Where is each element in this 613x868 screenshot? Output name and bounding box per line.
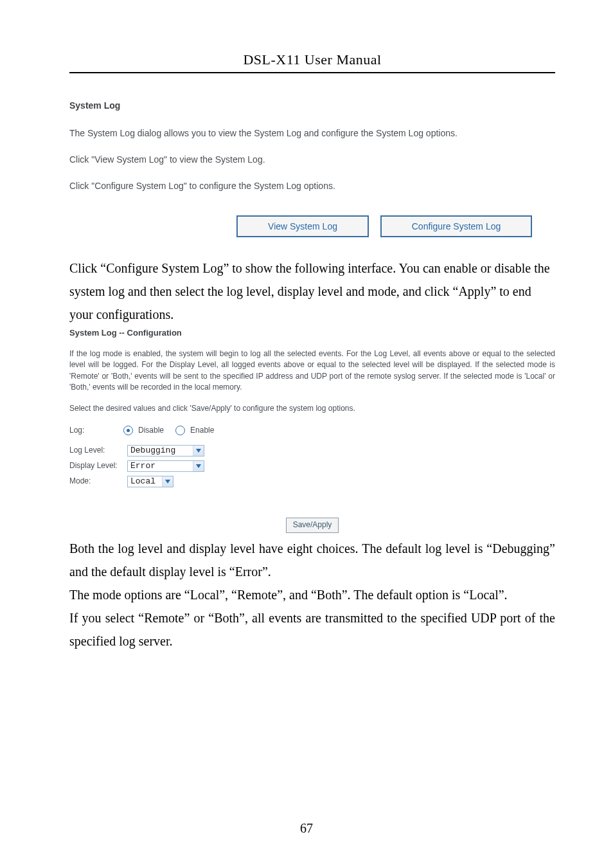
syslog-config-panel: System Log -- Configuration If the log m… bbox=[69, 327, 555, 533]
mode-label: Mode: bbox=[69, 476, 127, 487]
chevron-down-icon bbox=[193, 461, 204, 471]
syslog-desc-2: Click "View System Log" to view the Syst… bbox=[69, 153, 555, 167]
manual-paragraph-after-2: The mode options are “Local”, “Remote”, … bbox=[69, 583, 555, 606]
save-apply-button[interactable]: Save/Apply bbox=[286, 518, 339, 533]
chevron-down-icon bbox=[162, 476, 173, 487]
syslog-button-row: View System Log Configure System Log bbox=[236, 215, 555, 237]
log-disable-radio[interactable] bbox=[123, 426, 133, 435]
svg-marker-1 bbox=[196, 464, 201, 468]
svg-marker-2 bbox=[165, 480, 170, 484]
syslog-info-panel: System Log The System Log dialog allows … bbox=[69, 99, 555, 237]
log-level-label: Log Level: bbox=[69, 445, 127, 456]
title-underline bbox=[69, 72, 555, 73]
syslog-desc-3: Click "Configure System Log" to configur… bbox=[69, 179, 555, 193]
syslog-desc-1: The System Log dialog allows you to view… bbox=[69, 127, 555, 140]
log-label: Log: bbox=[69, 425, 120, 436]
log-enable-label: Enable bbox=[190, 425, 214, 436]
svg-marker-0 bbox=[196, 449, 201, 453]
config-title: System Log -- Configuration bbox=[69, 327, 555, 339]
view-system-log-button[interactable]: View System Log bbox=[236, 215, 369, 237]
log-disable-label: Disable bbox=[138, 425, 164, 436]
mode-select[interactable]: Local bbox=[127, 476, 173, 487]
manual-paragraph-after-1: Both the log level and display level hav… bbox=[69, 537, 555, 583]
log-level-value: Debugging bbox=[130, 445, 175, 457]
config-desc: If the log mode is enabled, the system w… bbox=[69, 348, 555, 393]
display-level-select[interactable]: Error bbox=[127, 460, 204, 472]
manual-paragraph-after-3: If you select “Remote” or “Both”, all ev… bbox=[69, 606, 555, 653]
page-title: DSL-X11 User Manual bbox=[69, 51, 555, 68]
page-number: 67 bbox=[0, 821, 613, 836]
mode-value: Local bbox=[130, 476, 155, 488]
log-level-select[interactable]: Debugging bbox=[127, 445, 204, 457]
syslog-title: System Log bbox=[69, 99, 555, 113]
config-instr: Select the desired values and click 'Sav… bbox=[69, 403, 555, 414]
log-enable-radio[interactable] bbox=[175, 426, 185, 435]
configure-system-log-button[interactable]: Configure System Log bbox=[380, 215, 532, 237]
display-level-value: Error bbox=[130, 460, 155, 473]
log-radio-row: Log: Disable Enable bbox=[69, 425, 555, 436]
manual-paragraph-1: Click “Configure System Log” to show the… bbox=[69, 257, 555, 326]
chevron-down-icon bbox=[193, 446, 204, 456]
display-level-label: Display Level: bbox=[69, 460, 127, 471]
